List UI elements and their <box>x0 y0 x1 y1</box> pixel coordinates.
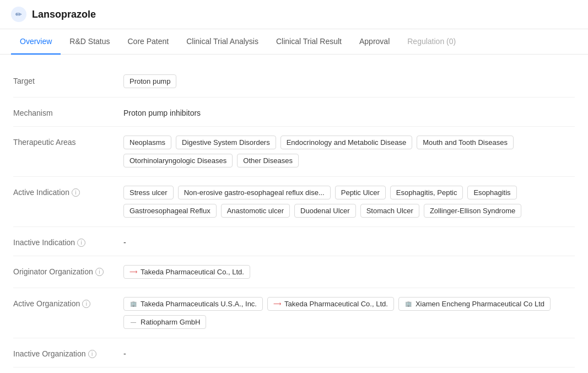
inactive-indication-info-icon[interactable]: i <box>77 239 85 247</box>
org-takeda-name: Takeda Pharmaceutical Co., Ltd. <box>141 268 244 276</box>
tag-non-erosive[interactable]: Non-erosive gastro-esophageal reflux dis… <box>178 186 331 199</box>
inactive-org-label: Inactive Organization i <box>13 347 123 358</box>
tag-neoplasms[interactable]: Neoplasms <box>123 136 171 149</box>
tab-core-patent[interactable]: Core Patent <box>119 29 178 55</box>
tag-gastroesophageal[interactable]: Gastroesophageal Reflux <box>123 204 217 218</box>
active-org-row: Active Organization i 🏢 Takeda Pharmaceu… <box>13 288 575 338</box>
therapeutic-areas-label: Therapeutic Areas <box>13 136 123 147</box>
tag-esophagitis-peptic[interactable]: Esophagitis, Peptic <box>390 186 463 199</box>
tab-overview[interactable]: Overview <box>11 29 61 55</box>
org-takeda-co[interactable]: ⟶ Takeda Pharmaceutical Co., Ltd. <box>267 297 394 311</box>
inactive-indication-dash: - <box>123 236 126 247</box>
inactive-indication-row: Inactive Indication i - <box>13 227 575 256</box>
content: Target Proton pump Mechanism Proton pump… <box>0 55 588 373</box>
target-row: Target Proton pump <box>13 66 575 98</box>
mechanism-label: Mechanism <box>13 106 123 117</box>
org-xiamen[interactable]: 🏢 Xiamen Encheng Pharmaceutical Co Ltd <box>398 297 551 311</box>
tag-duodenal[interactable]: Duodenal Ulcer <box>294 204 356 218</box>
tag-anastomotic[interactable]: Anastomotic ulcer <box>221 204 290 218</box>
app-header: ✏ Lansoprazole <box>0 0 588 29</box>
tag-peptic-ulcer[interactable]: Peptic Ulcer <box>335 186 386 199</box>
tag-mouth[interactable]: Mouth and Tooth Diseases <box>417 136 514 149</box>
org-takeda-co-name: Takeda Pharmaceutical Co., Ltd. <box>284 300 388 308</box>
inactive-org-row: Inactive Organization i - <box>13 338 575 367</box>
org-xiamen-icon: 🏢 <box>404 300 412 308</box>
originator-org-label: Originator Organization i <box>13 265 123 276</box>
active-org-info-icon[interactable]: i <box>82 300 90 308</box>
target-label: Target <box>13 74 123 85</box>
tab-clinical-trial-result[interactable]: Clinical Trial Result <box>267 29 350 55</box>
originator-org-row: Originator Organization i ⟶ Takeda Pharm… <box>13 256 575 288</box>
app-title: Lansoprazole <box>32 9 96 20</box>
mechanism-text: Proton pump inhibitors <box>123 106 201 117</box>
inactive-org-dash: - <box>123 347 126 358</box>
tag-stress-ulcer[interactable]: Stress ulcer <box>123 186 174 199</box>
inactive-indication-value: - <box>123 236 575 247</box>
mechanism-row: Mechanism Proton pump inhibitors <box>13 98 575 127</box>
inactive-indication-label-text: Inactive Indication <box>13 238 75 247</box>
originator-org-label-text: Originator Organization <box>13 267 93 276</box>
active-org-label-text: Active Organization <box>13 299 80 308</box>
org-takeda-usa-icon: 🏢 <box>130 300 137 308</box>
mechanism-value: Proton pump inhibitors <box>123 106 575 117</box>
tag-zollinger[interactable]: Zollinger-Ellison Syndrome <box>424 204 521 218</box>
inactive-org-info-icon[interactable]: i <box>88 350 96 358</box>
inactive-org-value: - <box>123 347 575 358</box>
inactive-indication-label: Inactive Indication i <box>13 236 123 247</box>
tag-endocrinology[interactable]: Endocrinology and Metabolic Disease <box>280 136 413 149</box>
tag-digestive[interactable]: Digestive System Disorders <box>176 136 276 149</box>
originator-org-info-icon[interactable]: i <box>95 268 104 276</box>
org-xiamen-name: Xiamen Encheng Pharmaceutical Co Ltd <box>416 300 544 308</box>
target-value: Proton pump <box>123 74 575 88</box>
active-indication-row: Active Indication i Stress ulcer Non-ero… <box>13 177 575 227</box>
active-indication-label: Active Indication i <box>13 186 123 197</box>
tag-esophagitis[interactable]: Esophagitis <box>467 186 516 199</box>
org-takeda-usa-name: Takeda Pharmaceuticals U.S.A., Inc. <box>141 300 257 308</box>
therapeutic-areas-value: Neoplasms Digestive System Disorders End… <box>123 136 575 167</box>
org-takeda-icon: ⟶ <box>130 268 137 276</box>
org-takeda-usa[interactable]: 🏢 Takeda Pharmaceuticals U.S.A., Inc. <box>123 297 263 311</box>
org-ratiopharm[interactable]: — Ratiopharm GmbH <box>123 315 206 329</box>
logo-icon: ✏ <box>15 10 22 19</box>
active-indication-value: Stress ulcer Non-erosive gastro-esophage… <box>123 186 575 218</box>
originator-org-value: ⟶ Takeda Pharmaceutical Co., Ltd. <box>123 265 575 279</box>
org-takeda-co-icon: ⟶ <box>273 300 281 308</box>
target-tag[interactable]: Proton pump <box>123 74 176 88</box>
active-indication-info-icon[interactable]: i <box>72 188 80 197</box>
inactive-org-label-text: Inactive Organization <box>13 349 86 358</box>
active-indication-label-text: Active Indication <box>13 188 69 197</box>
nav-tabs: Overview R&D Status Core Patent Clinical… <box>0 29 588 55</box>
active-org-value: 🏢 Takeda Pharmaceuticals U.S.A., Inc. ⟶ … <box>123 297 575 329</box>
app-logo: ✏ <box>11 7 26 22</box>
tag-otorhinolaryngologic[interactable]: Otorhinolaryngologic Diseases <box>123 154 233 167</box>
org-takeda[interactable]: ⟶ Takeda Pharmaceutical Co., Ltd. <box>123 265 250 279</box>
tab-approval[interactable]: Approval <box>350 29 398 55</box>
tab-rd-status[interactable]: R&D Status <box>61 29 118 55</box>
org-ratiopharm-icon: — <box>130 318 137 326</box>
org-ratiopharm-name: Ratiopharm GmbH <box>141 318 200 326</box>
tab-clinical-trial-analysis[interactable]: Clinical Trial Analysis <box>177 29 267 55</box>
tag-stomach[interactable]: Stomach Ulcer <box>360 204 419 218</box>
tab-regulation: Regulation (0) <box>398 29 465 55</box>
therapeutic-areas-row: Therapeutic Areas Neoplasms Digestive Sy… <box>13 127 575 177</box>
tag-other-diseases[interactable]: Other Diseases <box>237 154 299 167</box>
highest-phase-row: Highest Phase (Global) i Approved <box>13 367 575 373</box>
active-org-label: Active Organization i <box>13 297 123 308</box>
